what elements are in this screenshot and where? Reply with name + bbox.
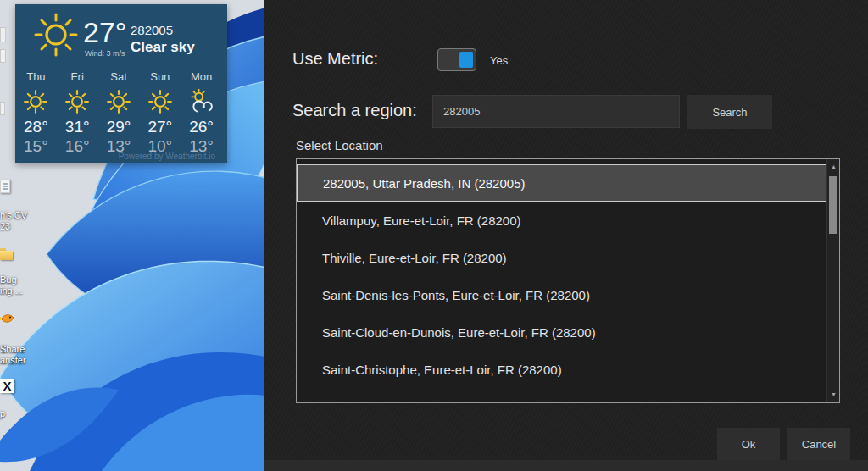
location-list: 282005, Uttar Pradesh, IN (282005) Villa… [297, 164, 826, 388]
location-list-item[interactable]: Thiville, Eure-et-Loir, FR (28200) [297, 239, 826, 276]
forecast-day-col: Fri 31° 16° [57, 70, 98, 157]
forecast-row: Thu 28° 15° Fri 31° 16° Sat 29° 13° Su [15, 70, 222, 157]
scroll-up-icon[interactable]: ▲ [827, 161, 840, 173]
forecast-high: 29° [98, 118, 140, 137]
forecast-low: 15° [15, 137, 57, 157]
toggle-thumb [459, 52, 473, 68]
desktop-icon-cv[interactable]: h's CV 23 [0, 180, 27, 231]
list-scrollbar[interactable]: ▲ ▼ [826, 159, 839, 402]
location-list-item[interactable]: Saint-Denis-les-Ponts, Eure-et-Loir, FR … [297, 276, 826, 313]
taskbar-edge [264, 460, 868, 471]
search-region-label: Search a region: [292, 101, 417, 120]
scrollbar-thumb[interactable] [829, 176, 837, 234]
scroll-down-icon[interactable]: ▼ [827, 389, 840, 401]
toggle-state-label: Yes [490, 54, 508, 67]
forecast-day-col: Sat 29° 13° [98, 70, 140, 157]
x-logo-icon: X [0, 379, 14, 393]
location-listbox: 282005, Uttar Pradesh, IN (282005) Villa… [296, 158, 840, 403]
wind-speed: Wind: 3 m/s [85, 49, 125, 58]
sun-icon [64, 89, 90, 114]
sun-icon [147, 89, 173, 114]
forecast-high: 26° [181, 118, 222, 137]
forecast-low: 16° [57, 137, 98, 157]
use-metric-toggle[interactable] [437, 48, 476, 71]
forecast-high: 27° [139, 118, 181, 137]
sun-icon [23, 89, 48, 114]
weather-settings-dialog: Use Metric: Yes Search a region: Search … [264, 0, 868, 471]
forecast-day: Fri [57, 70, 98, 86]
icon-label: p [0, 408, 14, 419]
fish-icon [0, 312, 15, 325]
search-button[interactable]: Search [687, 95, 772, 129]
screen: h's CV 23 Bug ing ... Share ansfer X p [0, 0, 868, 471]
forecast-day-col: Thu 28° 15° [15, 70, 57, 157]
weather-widget: 27° Wind: 3 m/s 282005 Clear sky Thu 28°… [15, 4, 227, 163]
desktop-icon-bug[interactable]: Bug ing ... [0, 251, 23, 296]
location-list-item[interactable]: 282005, Uttar Pradesh, IN (282005) [297, 164, 826, 202]
document-icon [0, 180, 10, 193]
icon-label: Bug [0, 274, 23, 285]
forecast-high: 28° [15, 118, 57, 137]
search-region-input[interactable] [432, 95, 680, 128]
forecast-day-col: Sun 27° 10° [139, 70, 181, 157]
icon-label: ing ... [0, 285, 23, 296]
icon-label: h's CV [0, 210, 27, 221]
desktop-icon-share[interactable]: Share ansfer [0, 312, 26, 365]
location-list-item[interactable]: Saint-Christophe, Eure-et-Loir, FR (2820… [297, 351, 826, 388]
weather-attribution: Powered by Weatherbit.io [119, 152, 215, 161]
location-list-item[interactable]: Villampuy, Eure-et-Loir, FR (28200) [297, 202, 826, 239]
partly-cloudy-icon [187, 89, 216, 114]
forecast-high: 31° [57, 118, 98, 137]
forecast-day: Sun [139, 70, 181, 86]
weather-condition: Clear sky [131, 39, 195, 56]
sun-icon [106, 89, 131, 114]
forecast-day: Mon [181, 70, 222, 86]
cancel-button[interactable]: Cancel [787, 428, 850, 460]
forecast-day-col: Mon 26° 13° [181, 70, 222, 157]
forecast-day: Sat [98, 70, 140, 86]
select-location-label: Select Location [296, 138, 383, 152]
use-metric-label: Use Metric: [292, 49, 378, 69]
icon-label: Share [0, 344, 26, 355]
icon-label: 23 [0, 221, 27, 232]
desktop-icon-sliver[interactable] [0, 49, 6, 63]
sun-icon [32, 11, 80, 58]
ok-button[interactable]: Ok [717, 428, 780, 460]
folder-icon [0, 251, 13, 260]
desktop-icon-app[interactable]: X p [0, 379, 14, 419]
widget-location-code: 282005 [131, 23, 173, 37]
location-list-item[interactable]: Saint-Cloud-en-Dunois, Eure-et-Loir, FR … [297, 313, 826, 351]
icon-label: ansfer [0, 355, 26, 366]
desktop-icon-sliver[interactable] [0, 102, 5, 115]
current-temperature: 27° [83, 16, 126, 49]
forecast-day: Thu [15, 70, 57, 86]
desktop-icon-sliver[interactable] [0, 27, 6, 42]
